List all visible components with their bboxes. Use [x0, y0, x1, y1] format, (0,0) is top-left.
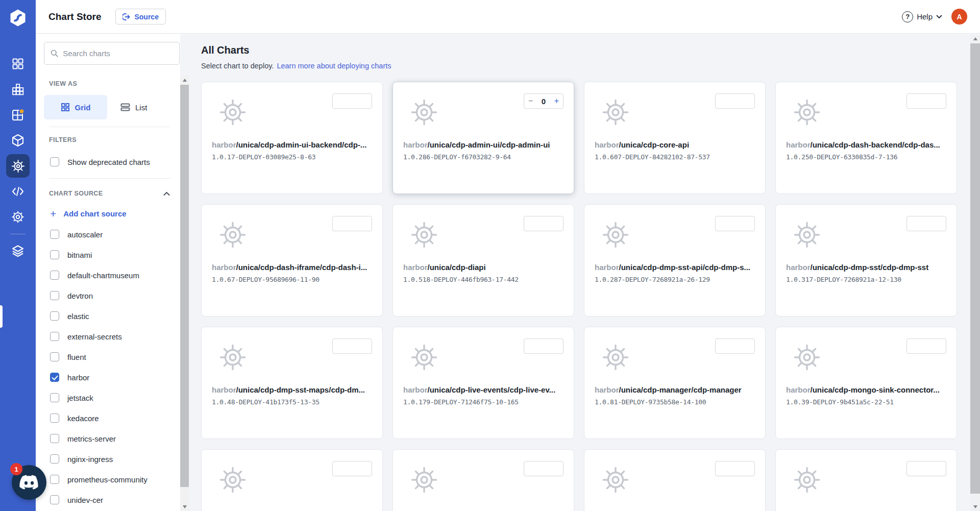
chart-source-checkbox[interactable]: [50, 311, 59, 321]
chart-card[interactable]: − 0 + harbor/unica/cdp-admin-ui/cdp-admi…: [393, 82, 574, 194]
scroll-up-arrow[interactable]: [180, 76, 189, 84]
chart-source-name: elastic: [67, 312, 89, 321]
chart-source-option[interactable]: metrics-server: [50, 428, 180, 449]
chart-card[interactable]: harbor/unica/cdp-dash-backend/cdp-das...…: [775, 82, 957, 194]
chart-card[interactable]: harbor/unica/cdp-core-api 1.0.607-DEPLOY…: [584, 82, 766, 194]
chart-source-checkbox[interactable]: [50, 495, 59, 504]
chart-source-option[interactable]: bitnami: [50, 245, 180, 265]
chart-source-option[interactable]: harbor: [50, 367, 180, 387]
chart-source-checkbox[interactable]: [50, 434, 59, 443]
chart-card[interactable]: harbor/unica/cdp-live-events/cdp-live-ev…: [393, 327, 574, 439]
chart-source-name: jetstack: [67, 394, 93, 402]
search-input[interactable]: [63, 49, 173, 58]
main-scrollbar[interactable]: [970, 34, 980, 511]
avatar-initial: A: [957, 13, 962, 21]
chart-source-checkbox[interactable]: [50, 475, 59, 484]
view-grid-button[interactable]: Grid: [44, 95, 107, 119]
scrollbar-thumb[interactable]: [970, 43, 980, 494]
chart-source-option[interactable]: default-chartmuseum: [50, 265, 180, 285]
help-menu[interactable]: ? Help: [902, 11, 942, 22]
sidebar-item-applications[interactable]: [0, 51, 36, 77]
show-deprecated-checkbox[interactable]: [50, 157, 59, 166]
chart-version: 1.0.250-DEPLOY-6330835d-7-136: [786, 153, 946, 161]
divider: [49, 178, 170, 179]
deploy-count-stepper: − 0 +: [524, 93, 564, 109]
deploy-count-stepper: [715, 93, 755, 109]
chart-source-checkbox[interactable]: [50, 352, 59, 361]
chart-card[interactable]: harbor/unica/cdp-mongo-sink-connector...…: [775, 327, 957, 439]
decrement-button[interactable]: −: [524, 97, 537, 105]
view-list-button[interactable]: List: [120, 95, 147, 119]
help-icon: ?: [902, 11, 913, 22]
chart-source-option[interactable]: unidev-cer: [50, 490, 180, 510]
chart-source-option[interactable]: prometheus-community: [50, 469, 180, 490]
sidebar-item-chart-store[interactable]: [0, 153, 36, 179]
all-charts-title: All Charts: [201, 44, 970, 56]
scroll-down-arrow[interactable]: [180, 502, 189, 511]
chart-name: harbor/unica/cdp-admin-ui-backend/cdp-..…: [212, 140, 372, 149]
chart-source-checkbox[interactable]: [50, 250, 59, 259]
chart-source-option[interactable]: fluent: [50, 347, 180, 367]
chart-source-name: devtron: [67, 291, 93, 300]
discord-chat-button[interactable]: 1: [12, 465, 46, 500]
chart-card[interactable]: harbor/unica/cdp-dmp-sst-api/cdp-dmp-s..…: [584, 204, 766, 317]
chart-source-checkbox[interactable]: [50, 393, 59, 402]
devtron-logo[interactable]: [0, 3, 36, 33]
chart-card[interactable]: harbor/unica/cdp-dash-iframe/cdp-dash-i.…: [201, 204, 383, 317]
learn-more-link[interactable]: Learn more about deploying charts: [277, 62, 391, 70]
chart-source-checkbox[interactable]: [50, 413, 59, 423]
chart-source-option[interactable]: nginx-ingress: [50, 449, 180, 469]
chart-card[interactable]: [393, 449, 574, 511]
chart-source-checkbox[interactable]: [50, 332, 59, 341]
search-icon: [51, 49, 58, 58]
chart-card[interactable]: harbor/unica/cdp-admin-ui-backend/cdp-..…: [201, 82, 383, 194]
chart-source-option[interactable]: external-secrets: [50, 326, 180, 347]
scrollbar-thumb[interactable]: [180, 85, 189, 487]
chart-source-option[interactable]: autoscaler: [50, 224, 180, 245]
discord-icon: [19, 475, 39, 490]
add-chart-source-button[interactable]: + Add chart source: [50, 204, 127, 223]
chart-source-name: prometheus-community: [67, 475, 148, 484]
deploy-count-stepper: [524, 216, 564, 231]
scroll-up-arrow[interactable]: [970, 34, 980, 43]
chart-store-helm-icon: [11, 159, 25, 173]
chart-card[interactable]: harbor/unica/cdp-dmp-sst-maps/cdp-dm... …: [201, 327, 383, 439]
sidebar-item-app-list[interactable]: [0, 77, 36, 102]
rail-divider: [10, 234, 26, 234]
chart-source-checkbox[interactable]: [50, 271, 59, 280]
sidebar-item-jobs[interactable]: [0, 102, 36, 128]
chart-card[interactable]: harbor/unica/cdp-diapi 1.0.518-DEPLOY-44…: [393, 204, 574, 317]
chart-source-option[interactable]: devtron: [50, 285, 180, 306]
helm-chart-icon: [409, 220, 439, 250]
chart-card[interactable]: [775, 449, 957, 511]
deploy-count-stepper: [906, 461, 946, 476]
chart-card[interactable]: [201, 449, 383, 511]
chart-source-checkbox[interactable]: [50, 230, 59, 239]
sidebar-item-resource-stack[interactable]: [0, 238, 36, 264]
filter-panel-scrollbar[interactable]: [180, 76, 189, 511]
chart-card[interactable]: harbor/unica/cdp-manager/cdp-manager 1.0…: [584, 327, 766, 439]
sidebar-item-global-config[interactable]: [0, 204, 36, 230]
sidebar-item-application-groups[interactable]: [0, 128, 36, 153]
chart-source-option[interactable]: elastic: [50, 306, 180, 326]
deploy-count-stepper: [715, 338, 755, 354]
show-deprecated-option[interactable]: Show deprecated charts: [50, 153, 180, 171]
chevron-up-icon[interactable]: [163, 191, 170, 196]
chart-source-name: unidev-cer: [67, 496, 103, 504]
source-button[interactable]: Source: [115, 9, 165, 25]
chevron-down-icon: [936, 15, 942, 19]
chart-version: 1.0.518-DEPLOY-446fb963-17-442: [403, 276, 564, 283]
avatar[interactable]: A: [951, 9, 967, 25]
scroll-down-arrow[interactable]: [970, 502, 980, 511]
increment-button[interactable]: +: [550, 97, 563, 105]
chart-source-checkbox[interactable]: [50, 373, 59, 382]
chart-card[interactable]: harbor/unica/cdp-dmp-sst/cdp-dmp-sst 1.0…: [775, 204, 957, 317]
count-value[interactable]: 0: [537, 97, 550, 106]
chart-source-checkbox[interactable]: [50, 291, 59, 300]
chart-source-checkbox[interactable]: [50, 454, 59, 464]
helm-chart-icon: [792, 98, 822, 127]
chart-source-option[interactable]: kedacore: [50, 408, 180, 428]
sidebar-item-code[interactable]: [0, 179, 36, 204]
chart-card[interactable]: [584, 449, 766, 511]
chart-source-option[interactable]: jetstack: [50, 387, 180, 408]
